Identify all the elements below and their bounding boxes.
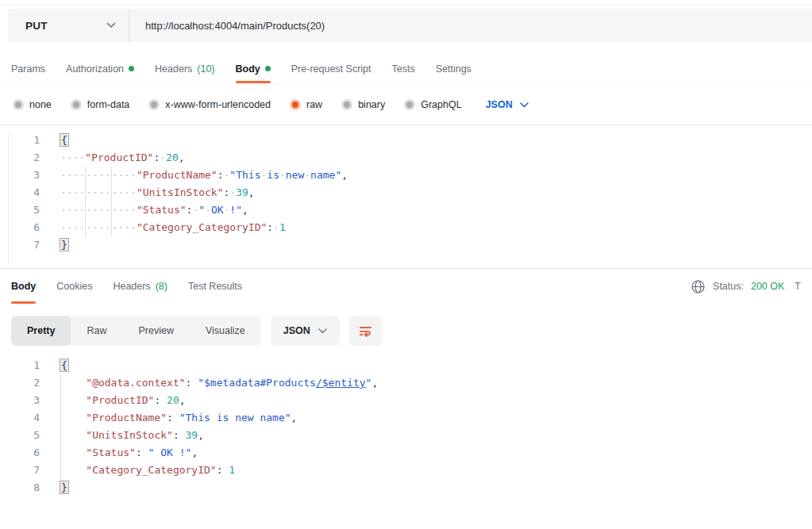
code-token: 20 xyxy=(166,151,179,163)
code-line: 5 "UnitsInStock": 39, xyxy=(0,427,812,444)
wrap-text-button[interactable] xyxy=(349,316,382,346)
code-token: , xyxy=(191,447,198,458)
code-token: } xyxy=(60,239,68,251)
tab-label: Body xyxy=(236,63,260,75)
code-token xyxy=(142,447,148,458)
active-tab-underline xyxy=(11,301,36,304)
tab-params[interactable]: Params xyxy=(11,54,45,83)
tab-headers[interactable]: Headers(10) xyxy=(155,54,214,83)
code-token: "This is new name" xyxy=(179,412,291,424)
response-format-select[interactable]: JSON xyxy=(271,316,340,346)
body-type-form-data[interactable]: form-data xyxy=(71,99,130,110)
code-token xyxy=(61,377,86,389)
status-badge[interactable]: 200 OK xyxy=(751,281,784,292)
code-token: "UnitsInStock" xyxy=(137,186,224,198)
tab-test-results[interactable]: Test Results xyxy=(188,269,242,304)
code-token: "This xyxy=(229,169,260,181)
code-token: : xyxy=(267,221,273,233)
code-line: 1{ xyxy=(0,132,812,149)
response-toolbar: PrettyRawPreviewVisualize JSON xyxy=(11,316,812,346)
active-tab-underline xyxy=(236,81,271,83)
code-token: new xyxy=(286,169,304,181)
tab-body[interactable]: Body xyxy=(236,54,271,83)
globe-icon xyxy=(691,279,706,294)
body-type-graphql[interactable]: GraphQL xyxy=(404,99,461,110)
tab-label: Test Results xyxy=(188,281,242,292)
line-number: 5 xyxy=(0,427,40,444)
line-number: 1 xyxy=(0,132,40,149)
tab-authorization[interactable]: Authorization xyxy=(66,54,134,83)
request-body-editor[interactable]: 1{2····"ProductID":·20,3············"Pro… xyxy=(0,132,812,260)
tab-body[interactable]: Body xyxy=(11,269,36,304)
tab-label: Cookies xyxy=(56,281,92,292)
code-token: : xyxy=(217,169,224,181)
code-token: : xyxy=(173,429,179,441)
line-number: 3 xyxy=(0,167,40,184)
code-token: , xyxy=(248,186,255,198)
body-type-raw[interactable]: raw xyxy=(290,99,322,110)
tab-count: (8) xyxy=(156,281,167,292)
status-label: Status: xyxy=(713,281,744,292)
method-label: PUT xyxy=(25,20,48,32)
code-line: 3 "ProductID": 20, xyxy=(0,392,812,409)
code-token: !" xyxy=(229,204,242,216)
radio-icon xyxy=(148,99,160,110)
code-token: } xyxy=(60,481,68,493)
response-tabs: BodyCookiesHeaders(8)Test Results xyxy=(11,269,242,304)
code-token xyxy=(61,429,86,441)
line-number: 6 xyxy=(0,444,40,462)
code-token: ···· xyxy=(60,169,85,181)
tab-label: Tests xyxy=(392,63,415,75)
radio-label: raw xyxy=(306,99,322,110)
url-input[interactable]: http://localhost:4004/main/Products(20) xyxy=(129,9,812,42)
response-body-viewer[interactable]: 1{2 "@odata.context": "$metadata#Product… xyxy=(0,357,812,500)
code-token: OK xyxy=(211,204,224,216)
code-token: "Category_CategoryID" xyxy=(86,464,216,476)
code-token: " OK !" xyxy=(148,447,192,458)
body-type-x-www-form-urlencoded[interactable]: x-www-form-urlencoded xyxy=(148,99,271,110)
code-token: 39 xyxy=(186,429,198,441)
code-content: "Status": " OK !", xyxy=(60,447,198,458)
tab-cookies[interactable]: Cookies xyxy=(56,269,92,304)
code-token: "ProductID" xyxy=(86,394,154,406)
body-type-binary[interactable]: binary xyxy=(341,99,385,110)
tab-label: Params xyxy=(11,63,45,75)
tab-settings[interactable]: Settings xyxy=(436,54,471,83)
request-language-label: JSON xyxy=(486,99,513,110)
chevron-down-icon xyxy=(520,102,529,108)
view-raw[interactable]: Raw xyxy=(71,316,122,346)
radio-icon xyxy=(71,99,82,110)
tab-label: Headers xyxy=(155,63,192,75)
code-token: · xyxy=(229,186,236,198)
code-line: 5············"Status":·"·OK·!", xyxy=(0,201,812,219)
code-token xyxy=(61,464,86,476)
code-token: "ProductName" xyxy=(86,412,167,424)
code-line: 6 "Status": " OK !", xyxy=(0,444,812,462)
code-token xyxy=(61,412,86,424)
code-token: , xyxy=(179,394,186,406)
top-divider xyxy=(0,5,812,6)
code-token: is xyxy=(267,169,279,181)
request-language-select[interactable]: JSON xyxy=(486,99,529,110)
tab-pre-request-script[interactable]: Pre-request Script xyxy=(291,54,371,83)
tab-headers[interactable]: Headers(8) xyxy=(113,269,167,304)
code-token xyxy=(160,394,167,406)
code-token: ···· xyxy=(60,204,85,216)
code-token: , xyxy=(198,429,204,441)
line-number: 7 xyxy=(0,462,40,479)
method-selector[interactable]: PUT xyxy=(8,9,129,42)
code-token: 1 xyxy=(229,464,235,476)
code-token xyxy=(179,429,186,441)
code-token: ···· xyxy=(112,204,137,216)
code-content: "ProductID": 20, xyxy=(60,394,186,406)
body-type-none[interactable]: none xyxy=(13,99,52,110)
code-content: ············"Category_CategoryID":·1 xyxy=(60,221,286,233)
view-visualize[interactable]: Visualize xyxy=(190,316,261,346)
view-pretty[interactable]: Pretty xyxy=(11,316,71,346)
line-number: 5 xyxy=(0,201,40,219)
view-preview[interactable]: Preview xyxy=(122,316,189,346)
tab-tests[interactable]: Tests xyxy=(392,54,415,83)
code-line: 2····"ProductID":·20, xyxy=(0,149,812,167)
code-content: } xyxy=(60,239,68,251)
code-content: ············"ProductName":·"This·is·new·… xyxy=(60,169,348,181)
